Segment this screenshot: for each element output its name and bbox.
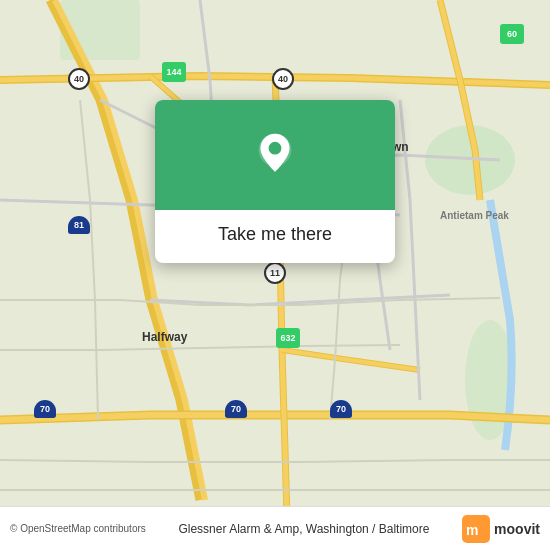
popup-card: Take me there bbox=[155, 100, 395, 263]
location-info: Glessner Alarm & Amp, Washington / Balti… bbox=[146, 522, 462, 536]
svg-point-5 bbox=[269, 142, 282, 155]
shield-us11: 11 bbox=[264, 262, 286, 284]
shield-md60: 60 bbox=[500, 24, 524, 44]
svg-text:m: m bbox=[466, 522, 478, 538]
popup-green-area bbox=[155, 100, 395, 210]
shield-md144: 144 bbox=[162, 62, 186, 82]
shield-md632: 632 bbox=[276, 328, 300, 348]
shield-us40-left: 40 bbox=[68, 68, 90, 90]
shield-i70-left: 70 bbox=[34, 400, 56, 418]
shield-i81: 81 bbox=[68, 216, 90, 234]
shield-i70-right: 70 bbox=[330, 400, 352, 418]
shield-i70-mid: 70 bbox=[225, 400, 247, 418]
shield-us40-right: 40 bbox=[272, 68, 294, 90]
popup-button-area: Take me there bbox=[155, 210, 395, 263]
moovit-logo: m moovit bbox=[462, 515, 540, 543]
moovit-text: moovit bbox=[494, 521, 540, 537]
take-me-there-button[interactable]: Take me there bbox=[210, 220, 340, 249]
moovit-icon: m bbox=[462, 515, 490, 543]
bottom-bar: © OpenStreetMap contributors Glessner Al… bbox=[0, 506, 550, 550]
map-container: Hagerstown Halfway Antietam Peak 40 40 1… bbox=[0, 0, 550, 550]
location-pin-icon bbox=[250, 130, 300, 180]
attribution-text: © OpenStreetMap contributors bbox=[10, 523, 146, 534]
